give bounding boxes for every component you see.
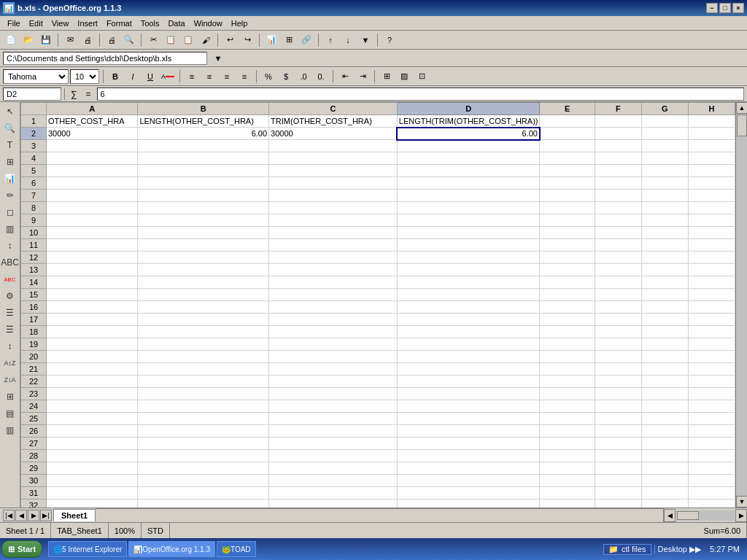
title-bar-buttons[interactable]: − □ × — [706, 3, 744, 13]
ctl-files-button[interactable]: 📁 ctl files — [603, 544, 651, 555]
col-header-E[interactable]: E — [540, 103, 595, 115]
print-button[interactable]: 🖨 — [104, 33, 120, 47]
sidebar-chart-tool[interactable]: 📊 — [2, 171, 18, 187]
row-num-30[interactable]: 30 — [21, 475, 47, 487]
file-path-input[interactable] — [3, 52, 207, 65]
col-header-C[interactable]: C — [269, 103, 398, 115]
row-num-10[interactable]: 10 — [21, 227, 47, 239]
row-num-7[interactable]: 7 — [21, 190, 47, 202]
sort-asc[interactable]: ↑ — [322, 33, 338, 47]
increase-indent[interactable]: ⇥ — [355, 69, 371, 84]
insert-chart[interactable]: 📊 — [263, 33, 279, 47]
row-num-17[interactable]: 17 — [21, 314, 47, 326]
row-num-23[interactable]: 23 — [21, 388, 47, 400]
sidebar-row-tool[interactable]: ▤ — [2, 405, 18, 421]
underline-button[interactable]: U — [142, 69, 158, 84]
menu-format[interactable]: Format — [102, 18, 136, 29]
cut-button[interactable]: ✂ — [145, 33, 161, 47]
scroll-left-button[interactable]: ◀ — [664, 509, 676, 522]
number-format[interactable]: % — [260, 69, 276, 84]
sheet-nav-first[interactable]: |◀ — [3, 510, 15, 521]
row-num-15[interactable]: 15 — [21, 289, 47, 301]
print-preview-button[interactable]: 🔍 — [121, 33, 137, 47]
sidebar-nav-tool[interactable]: ↕ — [2, 238, 18, 254]
taskbar-ie-button[interactable]: 🌐 5 Internet Explorer — [48, 541, 127, 557]
row-num-4[interactable]: 4 — [21, 152, 47, 165]
cell-E1[interactable] — [540, 115, 595, 128]
cell-G2[interactable] — [641, 128, 688, 140]
row-num-9[interactable]: 9 — [21, 214, 47, 227]
help-button[interactable]: ? — [382, 33, 398, 47]
row-num-24[interactable]: 24 — [21, 400, 47, 413]
cell-C2[interactable]: 30000 — [269, 128, 398, 140]
align-left-button[interactable]: ≡ — [184, 69, 200, 84]
col-header-G[interactable]: G — [641, 103, 688, 115]
menu-tools[interactable]: Tools — [136, 18, 164, 29]
menu-edit[interactable]: Edit — [25, 18, 47, 29]
cell-C1[interactable]: TRIM(OTHER_COST_HRA) — [269, 115, 398, 128]
sidebar-za-tool[interactable]: Z↕A — [2, 372, 18, 388]
sidebar-az-tool[interactable]: A↕Z — [2, 355, 18, 371]
menu-view[interactable]: View — [47, 18, 74, 29]
sidebar-table-tool[interactable]: ⊞ — [2, 154, 18, 170]
decrease-decimal[interactable]: 0. — [313, 69, 329, 84]
row-num-26[interactable]: 26 — [21, 425, 47, 438]
taskbar-oo-button[interactable]: 📊 OpenOffice.org 1.1.3 — [128, 541, 215, 557]
row-num-12[interactable]: 12 — [21, 252, 47, 264]
cell-G1[interactable] — [641, 115, 688, 128]
hyperlink-button[interactable]: 🔗 — [298, 33, 314, 47]
col-header-A[interactable]: A — [47, 103, 138, 115]
sidebar-sort-tool[interactable]: ↕ — [2, 338, 18, 354]
cell-D1[interactable]: LENGTH(TRIM(OTHER_COST_HRA)) — [397, 115, 540, 128]
cell-B2[interactable]: 6.00 — [138, 128, 269, 140]
row-num-18[interactable]: 18 — [21, 326, 47, 338]
align-center-button[interactable]: ≡ — [201, 69, 217, 84]
row-num-32[interactable]: 32 — [21, 499, 47, 508]
sidebar-spellcheck-tool[interactable]: ABC — [2, 254, 18, 271]
scroll-down-button[interactable]: ▼ — [736, 496, 747, 508]
row-num-29[interactable]: 29 — [21, 462, 47, 475]
row-num-25[interactable]: 25 — [21, 413, 47, 425]
cell-E2[interactable] — [540, 128, 595, 140]
insert-table[interactable]: ⊞ — [281, 33, 297, 47]
row-num-6[interactable]: 6 — [21, 177, 47, 190]
scroll-right-button[interactable]: ▶ — [735, 509, 747, 522]
sidebar-shape-tool[interactable]: ◻ — [2, 204, 18, 220]
menu-data[interactable]: Data — [163, 18, 189, 29]
row-num-13[interactable]: 13 — [21, 264, 47, 276]
sheet-nav-next[interactable]: ▶ — [28, 510, 39, 521]
sidebar-insert-tool[interactable]: ▥ — [2, 221, 18, 237]
start-button[interactable]: ⊞ Start — [1, 540, 42, 558]
col-header-B[interactable]: B — [138, 103, 269, 115]
italic-button[interactable]: I — [125, 69, 141, 84]
cell-A2[interactable]: 30000 — [47, 128, 138, 140]
save-button[interactable]: 💾 — [38, 33, 54, 47]
copy-button[interactable]: 📋 — [163, 33, 179, 47]
taskbar-toad-button[interactable]: 🐸 TOAD — [217, 541, 256, 557]
equals-button[interactable]: = — [83, 89, 94, 99]
row-num-14[interactable]: 14 — [21, 276, 47, 289]
row-num-20[interactable]: 20 — [21, 351, 47, 363]
sheet-tab-sheet1[interactable]: Sheet1 — [53, 509, 96, 521]
row-num-16[interactable]: 16 — [21, 301, 47, 314]
font-selector[interactable]: Tahoma — [3, 69, 69, 84]
col-header-D[interactable]: D — [397, 103, 540, 115]
sort-desc[interactable]: ↓ — [340, 33, 356, 47]
cell-reference-box[interactable]: D2 — [3, 88, 61, 101]
menu-window[interactable]: Window — [190, 18, 227, 29]
row-num-11[interactable]: 11 — [21, 239, 47, 252]
path-dropdown[interactable]: ▼ — [210, 51, 226, 66]
redo-button[interactable]: ↪ — [239, 33, 255, 47]
merge-cells[interactable]: ⊡ — [414, 69, 430, 84]
sidebar-col-tool[interactable]: ▥ — [2, 422, 18, 438]
cell-H2[interactable] — [688, 128, 735, 140]
row-num-19[interactable]: 19 — [21, 338, 47, 351]
cell-A3[interactable] — [47, 140, 138, 152]
font-color-button[interactable]: A — [160, 69, 176, 84]
scroll-thumb[interactable] — [737, 114, 747, 136]
undo-button[interactable]: ↩ — [222, 33, 238, 47]
cell-F1[interactable] — [595, 115, 642, 128]
close-button[interactable]: × — [732, 3, 744, 13]
maximize-button[interactable]: □ — [719, 3, 731, 13]
row-num-22[interactable]: 22 — [21, 376, 47, 388]
